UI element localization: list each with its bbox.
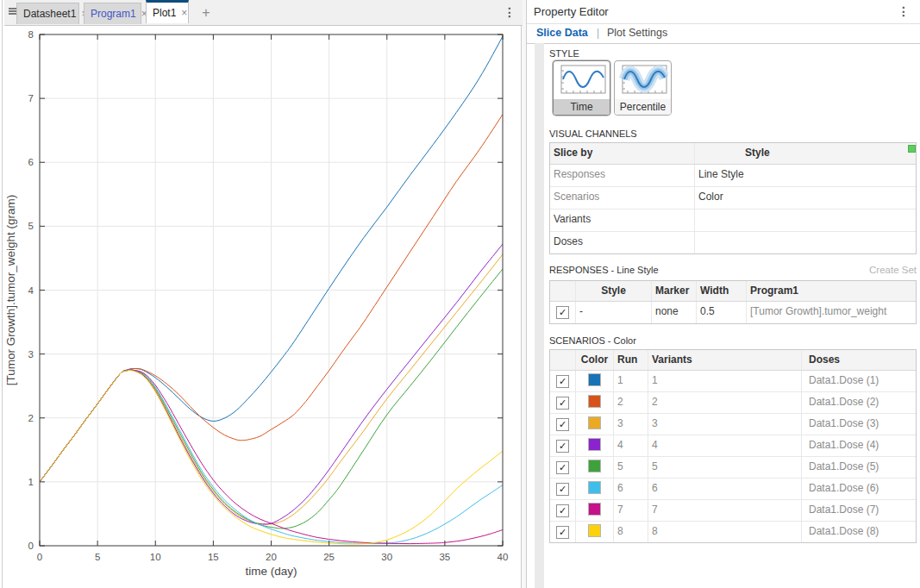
table-header-row: ColorRunVariantsDoses bbox=[550, 350, 916, 371]
row-checkbox[interactable]: ✓ bbox=[556, 504, 569, 517]
color-swatch[interactable] bbox=[588, 524, 601, 537]
slice-by-cell[interactable]: Scenarios bbox=[550, 187, 695, 209]
property-editor-header: Property Editor ⋮ bbox=[527, 0, 920, 24]
run-cell: 4 bbox=[614, 435, 648, 456]
visual-channels-table: Slice byStyleResponsesLine StyleScenario… bbox=[549, 142, 917, 254]
table-row: ✓88Data1.Dose (8) bbox=[550, 522, 916, 542]
style-time-label: Time bbox=[554, 99, 610, 115]
checkbox-cell[interactable]: ✓ bbox=[550, 457, 576, 478]
new-tab-button[interactable]: + bbox=[197, 4, 215, 22]
x-tick-label: 0 bbox=[37, 552, 42, 562]
column-header: Width bbox=[697, 281, 747, 301]
color-swatch[interactable] bbox=[588, 395, 601, 408]
doses-cell: Data1.Dose (1) bbox=[802, 371, 916, 391]
style-percentile-button[interactable]: Percentile bbox=[614, 60, 672, 116]
create-set-button[interactable]: Create Set bbox=[869, 265, 917, 275]
document-area: 0510152025303540012345678time (day)[Tumo… bbox=[0, 0, 523, 588]
color-cell[interactable] bbox=[576, 371, 614, 391]
y-tick-label: 3 bbox=[28, 349, 34, 360]
run-cell: 1 bbox=[614, 371, 648, 391]
scenarios-label-prefix: SCENARIOS - bbox=[549, 335, 611, 346]
property-editor: Property Editor ⋮ Slice Data | Plot Sett… bbox=[527, 0, 920, 588]
line-style-cell[interactable]: - bbox=[576, 302, 652, 323]
color-swatch[interactable] bbox=[588, 503, 601, 516]
tab-plot1[interactable]: Plot1 × bbox=[146, 0, 189, 23]
row-checkbox[interactable]: ✓ bbox=[556, 440, 569, 453]
close-icon[interactable]: × bbox=[181, 7, 187, 19]
color-cell[interactable] bbox=[576, 522, 614, 542]
row-checkbox[interactable]: ✓ bbox=[556, 483, 569, 496]
variants-cell: 7 bbox=[648, 500, 802, 521]
slice-by-cell[interactable]: Doses bbox=[550, 232, 695, 253]
y-tick-label: 2 bbox=[28, 413, 34, 423]
width-cell[interactable]: 0.5 bbox=[697, 302, 747, 323]
checkbox-cell[interactable]: ✓ bbox=[550, 435, 576, 456]
color-cell[interactable] bbox=[576, 435, 614, 456]
table-row: ✓-none0.5[Tumor Growth].tumor_weight bbox=[550, 302, 916, 323]
column-header: Style bbox=[576, 281, 652, 301]
color-cell[interactable] bbox=[576, 457, 614, 478]
x-tick-label: 40 bbox=[498, 552, 509, 562]
color-swatch[interactable] bbox=[588, 481, 601, 494]
tab-plot-settings[interactable]: Plot Settings bbox=[607, 27, 667, 39]
scenarios-label-style: Color bbox=[614, 335, 636, 346]
column-header: Style bbox=[695, 143, 916, 164]
response-name-cell: [Tumor Growth].tumor_weight bbox=[747, 302, 916, 323]
row-checkbox[interactable]: ✓ bbox=[556, 461, 569, 474]
checkbox-cell[interactable]: ✓ bbox=[550, 479, 576, 499]
color-swatch[interactable] bbox=[588, 460, 601, 472]
x-tick-label: 20 bbox=[266, 552, 277, 562]
tab-slice-data[interactable]: Slice Data bbox=[536, 27, 588, 39]
row-checkbox[interactable]: ✓ bbox=[556, 397, 569, 410]
color-cell[interactable] bbox=[576, 500, 614, 521]
document-menu-icon[interactable]: ⋮ bbox=[504, 5, 516, 19]
document-tabbar: Datasheet1 × Program1 × Plot1 × + ⋮ bbox=[4, 0, 523, 26]
table-row: ✓11Data1.Dose (1) bbox=[550, 371, 916, 392]
column-header: Variants bbox=[648, 350, 802, 370]
time-plot-icon bbox=[556, 64, 607, 98]
color-cell[interactable] bbox=[576, 392, 614, 413]
style-cell[interactable] bbox=[695, 210, 916, 231]
style-cell[interactable]: Color bbox=[695, 187, 916, 209]
app-window: 0510152025303540012345678time (day)[Tumo… bbox=[0, 0, 920, 588]
property-editor-title: Property Editor bbox=[534, 5, 609, 18]
tab-datasheet1[interactable]: Datasheet1 × bbox=[16, 3, 79, 24]
doses-cell: Data1.Dose (8) bbox=[802, 522, 916, 542]
color-cell[interactable] bbox=[576, 479, 614, 499]
color-swatch[interactable] bbox=[588, 438, 601, 451]
checkbox-cell[interactable]: ✓ bbox=[550, 522, 576, 542]
checkbox-cell[interactable]: ✓ bbox=[550, 500, 576, 521]
tab-program1[interactable]: Program1 × bbox=[84, 3, 141, 24]
checkbox-cell[interactable]: ✓ bbox=[550, 302, 576, 323]
doses-cell: Data1.Dose (2) bbox=[802, 392, 916, 413]
checkbox-cell[interactable]: ✓ bbox=[550, 414, 576, 435]
x-tick-label: 5 bbox=[95, 552, 100, 562]
style-cell[interactable]: Line Style bbox=[695, 165, 916, 186]
property-editor-tabs: Slice Data | Plot Settings bbox=[527, 23, 920, 44]
panel-splitter[interactable] bbox=[521, 0, 527, 588]
style-cell[interactable] bbox=[695, 232, 916, 253]
row-checkbox[interactable]: ✓ bbox=[556, 306, 569, 319]
color-swatch[interactable] bbox=[588, 416, 601, 429]
table-row: ✓55Data1.Dose (5) bbox=[550, 457, 916, 479]
run-cell: 3 bbox=[614, 414, 648, 435]
row-checkbox[interactable]: ✓ bbox=[556, 418, 569, 431]
slice-by-cell[interactable]: Variants bbox=[550, 210, 695, 231]
table-row: ✓33Data1.Dose (3) bbox=[550, 414, 916, 435]
color-cell[interactable] bbox=[576, 414, 614, 435]
variants-cell: 3 bbox=[648, 414, 802, 435]
tumor-weight-plot[interactable]: 0510152025303540012345678time (day)[Tumo… bbox=[2, 0, 523, 588]
table-row: ✓44Data1.Dose (4) bbox=[550, 435, 916, 457]
checkbox-cell[interactable]: ✓ bbox=[550, 392, 576, 413]
column-header: Run bbox=[614, 350, 648, 370]
checkbox-cell[interactable]: ✓ bbox=[550, 371, 576, 391]
slice-by-cell[interactable]: Responses bbox=[550, 165, 695, 186]
style-time-button[interactable]: Time bbox=[553, 60, 610, 116]
percentile-plot-icon bbox=[617, 64, 668, 98]
property-editor-menu-icon[interactable]: ⋮ bbox=[898, 4, 910, 18]
row-checkbox[interactable]: ✓ bbox=[556, 526, 569, 539]
responses-label-prefix: RESPONSES - bbox=[549, 265, 614, 275]
marker-cell[interactable]: none bbox=[652, 302, 697, 323]
color-swatch[interactable] bbox=[588, 373, 601, 386]
row-checkbox[interactable]: ✓ bbox=[556, 375, 569, 388]
